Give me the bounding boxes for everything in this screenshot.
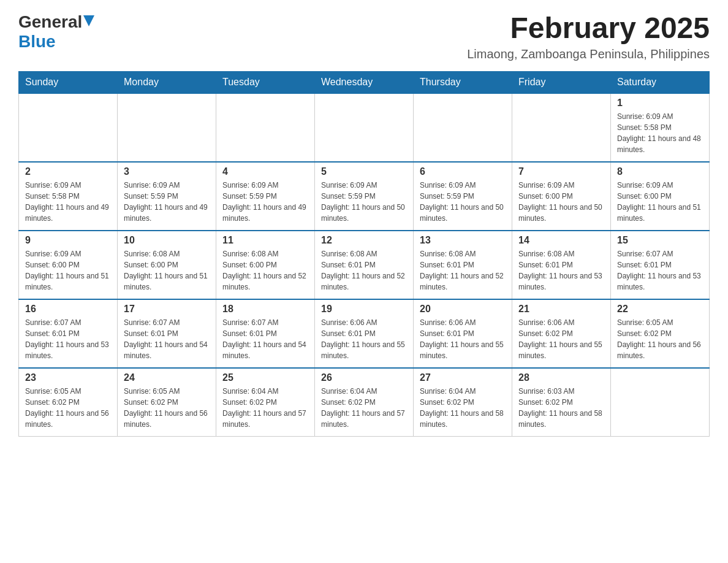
calendar-cell: 7Sunrise: 6:09 AMSunset: 6:00 PMDaylight… <box>512 162 611 231</box>
calendar-table: SundayMondayTuesdayWednesdayThursdayFrid… <box>18 71 710 437</box>
calendar-cell: 15Sunrise: 6:07 AMSunset: 6:01 PMDayligh… <box>611 231 710 299</box>
weekday-header-row: SundayMondayTuesdayWednesdayThursdayFrid… <box>19 71 710 93</box>
day-number: 16 <box>25 304 111 315</box>
month-title: February 2025 <box>467 12 710 45</box>
weekday-header-saturday: Saturday <box>611 71 710 93</box>
calendar-cell: 10Sunrise: 6:08 AMSunset: 6:00 PMDayligh… <box>118 231 216 299</box>
day-info: Sunrise: 6:09 AMSunset: 5:59 PMDaylight:… <box>124 180 210 224</box>
day-number: 27 <box>420 372 506 383</box>
day-info: Sunrise: 6:09 AMSunset: 5:58 PMDaylight:… <box>25 180 111 224</box>
day-info: Sunrise: 6:07 AMSunset: 6:01 PMDaylight:… <box>617 248 703 293</box>
page-header: General Blue February 2025 Limaong, Zamb… <box>18 12 710 61</box>
calendar-cell <box>611 368 710 437</box>
day-info: Sunrise: 6:05 AMSunset: 6:02 PMDaylight:… <box>617 317 703 361</box>
location-title: Limaong, Zamboanga Peninsula, Philippine… <box>467 47 710 61</box>
day-number: 19 <box>321 304 407 315</box>
day-info: Sunrise: 6:08 AMSunset: 6:01 PMDaylight:… <box>321 248 407 293</box>
day-number: 6 <box>420 166 506 177</box>
day-number: 2 <box>25 166 111 177</box>
day-info: Sunrise: 6:07 AMSunset: 6:01 PMDaylight:… <box>124 317 210 361</box>
day-number: 9 <box>25 235 111 246</box>
day-info: Sunrise: 6:03 AMSunset: 6:02 PMDaylight:… <box>518 386 604 430</box>
logo-general: General <box>18 12 82 32</box>
day-info: Sunrise: 6:09 AMSunset: 6:00 PMDaylight:… <box>617 180 703 224</box>
calendar-cell: 26Sunrise: 6:04 AMSunset: 6:02 PMDayligh… <box>315 368 414 437</box>
calendar-cell <box>216 93 315 162</box>
logo: General Blue <box>18 12 94 52</box>
calendar-cell: 21Sunrise: 6:06 AMSunset: 6:02 PMDayligh… <box>512 299 611 368</box>
day-info: Sunrise: 6:06 AMSunset: 6:01 PMDaylight:… <box>321 317 407 361</box>
week-row-2: 9Sunrise: 6:09 AMSunset: 6:00 PMDaylight… <box>19 231 710 299</box>
day-info: Sunrise: 6:09 AMSunset: 6:00 PMDaylight:… <box>518 180 604 224</box>
calendar-cell: 28Sunrise: 6:03 AMSunset: 6:02 PMDayligh… <box>512 368 611 437</box>
day-number: 10 <box>124 235 210 246</box>
week-row-0: 1Sunrise: 6:09 AMSunset: 5:58 PMDaylight… <box>19 93 710 162</box>
day-number: 12 <box>321 235 407 246</box>
day-number: 28 <box>518 372 604 383</box>
weekday-header-tuesday: Tuesday <box>216 71 315 93</box>
logo-arrow-icon <box>83 15 94 26</box>
day-info: Sunrise: 6:09 AMSunset: 6:00 PMDaylight:… <box>25 248 111 293</box>
day-number: 7 <box>518 166 604 177</box>
svg-marker-0 <box>83 15 94 26</box>
day-info: Sunrise: 6:04 AMSunset: 6:02 PMDaylight:… <box>222 386 308 430</box>
week-row-4: 23Sunrise: 6:05 AMSunset: 6:02 PMDayligh… <box>19 368 710 437</box>
weekday-header-sunday: Sunday <box>19 71 118 93</box>
logo-blue: Blue <box>18 32 56 51</box>
day-number: 14 <box>518 235 604 246</box>
title-area: February 2025 Limaong, Zamboanga Peninsu… <box>467 12 710 61</box>
day-info: Sunrise: 6:09 AMSunset: 5:58 PMDaylight:… <box>617 111 703 155</box>
day-info: Sunrise: 6:07 AMSunset: 6:01 PMDaylight:… <box>25 317 111 361</box>
day-info: Sunrise: 6:07 AMSunset: 6:01 PMDaylight:… <box>222 317 308 361</box>
day-number: 26 <box>321 372 407 383</box>
day-info: Sunrise: 6:05 AMSunset: 6:02 PMDaylight:… <box>25 386 111 430</box>
calendar-cell: 3Sunrise: 6:09 AMSunset: 5:59 PMDaylight… <box>118 162 216 231</box>
weekday-header-thursday: Thursday <box>414 71 512 93</box>
day-number: 17 <box>124 304 210 315</box>
calendar-cell: 1Sunrise: 6:09 AMSunset: 5:58 PMDaylight… <box>611 93 710 162</box>
day-info: Sunrise: 6:08 AMSunset: 6:00 PMDaylight:… <box>124 248 210 293</box>
calendar-cell: 22Sunrise: 6:05 AMSunset: 6:02 PMDayligh… <box>611 299 710 368</box>
day-number: 5 <box>321 166 407 177</box>
calendar-cell <box>414 93 512 162</box>
calendar-cell: 20Sunrise: 6:06 AMSunset: 6:01 PMDayligh… <box>414 299 512 368</box>
day-info: Sunrise: 6:09 AMSunset: 5:59 PMDaylight:… <box>321 180 407 224</box>
day-number: 4 <box>222 166 308 177</box>
calendar-cell: 12Sunrise: 6:08 AMSunset: 6:01 PMDayligh… <box>315 231 414 299</box>
calendar-cell: 24Sunrise: 6:05 AMSunset: 6:02 PMDayligh… <box>118 368 216 437</box>
day-info: Sunrise: 6:08 AMSunset: 6:01 PMDaylight:… <box>518 248 604 293</box>
calendar-cell: 18Sunrise: 6:07 AMSunset: 6:01 PMDayligh… <box>216 299 315 368</box>
calendar-cell: 9Sunrise: 6:09 AMSunset: 6:00 PMDaylight… <box>19 231 118 299</box>
calendar-cell: 25Sunrise: 6:04 AMSunset: 6:02 PMDayligh… <box>216 368 315 437</box>
calendar-cell: 5Sunrise: 6:09 AMSunset: 5:59 PMDaylight… <box>315 162 414 231</box>
day-info: Sunrise: 6:06 AMSunset: 6:01 PMDaylight:… <box>420 317 506 361</box>
day-number: 3 <box>124 166 210 177</box>
weekday-header-monday: Monday <box>118 71 216 93</box>
calendar-cell: 27Sunrise: 6:04 AMSunset: 6:02 PMDayligh… <box>414 368 512 437</box>
calendar-cell: 11Sunrise: 6:08 AMSunset: 6:00 PMDayligh… <box>216 231 315 299</box>
day-number: 25 <box>222 372 308 383</box>
calendar-cell <box>118 93 216 162</box>
calendar-cell: 13Sunrise: 6:08 AMSunset: 6:01 PMDayligh… <box>414 231 512 299</box>
day-number: 13 <box>420 235 506 246</box>
day-number: 24 <box>124 372 210 383</box>
day-info: Sunrise: 6:05 AMSunset: 6:02 PMDaylight:… <box>124 386 210 430</box>
calendar-cell <box>19 93 118 162</box>
day-info: Sunrise: 6:04 AMSunset: 6:02 PMDaylight:… <box>321 386 407 430</box>
day-number: 1 <box>617 98 703 109</box>
calendar-cell <box>512 93 611 162</box>
week-row-3: 16Sunrise: 6:07 AMSunset: 6:01 PMDayligh… <box>19 299 710 368</box>
day-number: 18 <box>222 304 308 315</box>
day-info: Sunrise: 6:09 AMSunset: 5:59 PMDaylight:… <box>222 180 308 224</box>
calendar-cell: 8Sunrise: 6:09 AMSunset: 6:00 PMDaylight… <box>611 162 710 231</box>
calendar-cell: 2Sunrise: 6:09 AMSunset: 5:58 PMDaylight… <box>19 162 118 231</box>
day-info: Sunrise: 6:09 AMSunset: 5:59 PMDaylight:… <box>420 180 506 224</box>
calendar-cell: 23Sunrise: 6:05 AMSunset: 6:02 PMDayligh… <box>19 368 118 437</box>
day-info: Sunrise: 6:04 AMSunset: 6:02 PMDaylight:… <box>420 386 506 430</box>
day-info: Sunrise: 6:08 AMSunset: 6:00 PMDaylight:… <box>222 248 308 293</box>
day-number: 21 <box>518 304 604 315</box>
day-number: 20 <box>420 304 506 315</box>
day-info: Sunrise: 6:06 AMSunset: 6:02 PMDaylight:… <box>518 317 604 361</box>
calendar-cell: 19Sunrise: 6:06 AMSunset: 6:01 PMDayligh… <box>315 299 414 368</box>
calendar-cell: 4Sunrise: 6:09 AMSunset: 5:59 PMDaylight… <box>216 162 315 231</box>
